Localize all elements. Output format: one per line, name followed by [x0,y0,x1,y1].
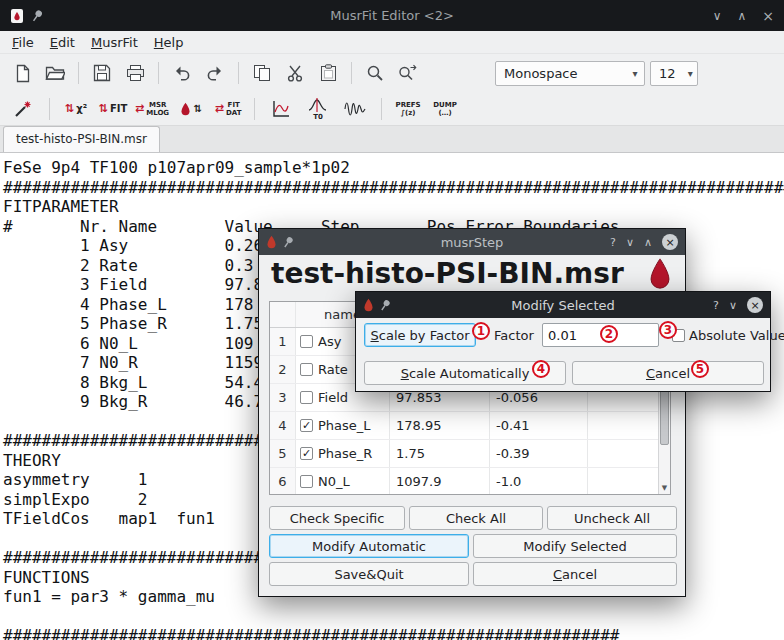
maximize-button[interactable]: ∧ [644,236,652,249]
new-file-button[interactable] [8,59,36,87]
dump-label: DUMP [433,101,457,109]
check-specific-button[interactable]: Check Specific [269,506,405,530]
copy-icon [253,64,271,82]
undo-button[interactable] [168,59,196,87]
row-checkbox[interactable] [300,363,313,376]
musrdump-button[interactable]: DUMP(…) [430,94,460,124]
close-button[interactable]: × [762,8,774,24]
print-button[interactable] [121,59,149,87]
param-name: Phase_R [318,446,372,461]
annotation-5: 5 [691,360,709,378]
t0-label: T0 [313,113,323,121]
musrt0-button[interactable]: T0 [303,94,333,124]
close-button[interactable]: × [662,234,678,250]
row-number: 6 [270,468,296,495]
row-checkbox[interactable] [300,391,313,404]
musrwiz-button[interactable] [8,94,38,124]
minimize-button[interactable]: ∨ [729,299,737,312]
maximize-button[interactable]: ∧ [737,9,746,23]
font-size-value: 12 [651,66,684,81]
param-value: 1.75 [390,440,490,467]
msr-mlog-swap-button[interactable]: ⇄MSRMLOG [135,94,169,124]
oscillation-plot-icon [344,100,366,118]
musrstep-button[interactable]: ⇅ [176,94,206,124]
toolbar-musr: ⇅χ² ⇅FIT ⇄MSRMLOG ⇅ ⇄FITDAT T0 PREFS∫(z)… [0,92,784,126]
menu-item-edit[interactable]: Edit [42,33,83,52]
cancel-button[interactable]: Cancel [572,361,764,385]
param-value: 178.95 [390,412,490,439]
find-button[interactable] [361,59,389,87]
cut-button[interactable] [281,59,309,87]
editor-line: FeSe 9p4 TF100 p107apr09_sample*1p02 [3,158,781,178]
toolbar-separator [351,62,352,84]
save-icon [93,64,111,82]
corner-cell [270,302,296,327]
minimize-button[interactable]: ∨ [713,9,722,23]
menu-item-musrfit[interactable]: MusrFit [83,33,146,52]
clipboard-icon [320,64,337,82]
tab-msr-file[interactable]: test-histo-PSI-BIN.msr [3,126,160,152]
toolbar-main: Monospace ▾ 12 ▾ [0,54,784,92]
chevron-down-icon: ▾ [626,68,644,79]
window-titlebar[interactable]: MusrFit Editor <2> ∨ ∧ × [0,0,784,31]
toolbar-separator [49,98,50,120]
t0-peak-icon [308,97,328,113]
cancel-button[interactable]: Cancel [473,562,677,586]
redo-button[interactable] [201,59,229,87]
modify-selected-dialog: Modify Selected ? ∨ × Scale by Factor Fa… [355,291,771,392]
check-all-button[interactable]: Check All [409,506,543,530]
updown-arrows-icon: ⇅ [99,102,108,115]
copy-button[interactable] [248,59,276,87]
save-file-button[interactable] [88,59,116,87]
printer-icon [126,64,145,82]
editor-line: FITPARAMETER [3,197,781,217]
row-checkbox[interactable]: ✓ [300,419,313,432]
dialog-title: Modify Selected [356,298,770,313]
row-number: 1 [270,328,296,355]
minimize-button[interactable]: ∨ [626,236,634,249]
musrfit-button[interactable]: ⇅FIT [98,94,128,124]
editor-line: ########################################… [3,178,781,198]
dialog-titlebar[interactable]: musrStep ? ∨ ∧ × [259,229,685,255]
tab-label: test-histo-PSI-BIN.msr [16,132,147,146]
modify-automatic-button[interactable]: Modify Automatic [269,534,469,558]
close-button[interactable]: × [747,297,763,313]
row-checkbox[interactable] [300,335,313,348]
font-family-select[interactable]: Monospace ▾ [495,61,645,86]
musrfit-logo-icon [266,235,277,249]
musrfit-drop-icon [180,102,191,116]
paste-button[interactable] [314,59,342,87]
pin-icon [29,7,45,24]
mlog-label: MLOG [146,109,169,117]
param-step: -1.0 [490,468,588,495]
modify-selected-button[interactable]: Modify Selected [473,534,677,558]
musrprefs-button[interactable]: PREFS∫(z) [393,94,423,124]
musrfit-logo-icon [647,257,673,290]
font-size-select[interactable]: 12 ▾ [650,61,698,86]
dialog-titlebar[interactable]: Modify Selected ? ∨ × [356,292,770,318]
row-checkbox[interactable]: ✓ [300,447,313,460]
calc-chisq-button[interactable]: ⇅χ² [61,94,91,124]
find-replace-button[interactable] [394,59,422,87]
help-button[interactable]: ? [610,236,616,249]
help-button[interactable]: ? [713,299,719,312]
param-step: -0.41 [490,412,588,439]
mupp-button[interactable] [266,94,296,124]
menu-item-file[interactable]: File [4,33,42,52]
param-name: Field [318,390,348,405]
row-checkbox[interactable] [300,475,313,488]
menu-item-help[interactable]: Help [146,33,192,52]
row-number: 2 [270,356,296,383]
window-title: MusrFit Editor <2> [0,8,784,23]
absolute-value-label: Absolute Value [689,328,784,343]
musrstep-dialog: musrStep ? ∨ ∧ × test-histo-PSI-BIN.msr … [258,228,686,597]
scroll-down-button[interactable]: ▼ [659,481,670,494]
uncheck-all-button[interactable]: Uncheck All [547,506,677,530]
save-quit-button[interactable]: Save&Quit [269,562,469,586]
musrview-button[interactable] [340,94,370,124]
file-heading: test-histo-PSI-BIN.msr [271,257,624,290]
open-file-button[interactable] [41,59,69,87]
msr2data-button[interactable]: ⇄FITDAT [213,94,243,124]
scale-by-factor-button[interactable]: Scale by Factor [364,323,476,347]
msr-label: MSR [146,101,169,109]
